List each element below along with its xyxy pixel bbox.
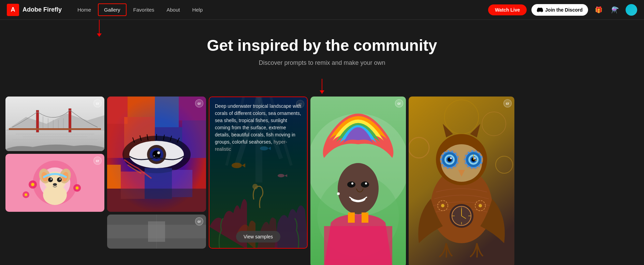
cr-badge-eye: cr: [195, 99, 203, 107]
svg-rect-89: [324, 226, 392, 265]
svg-point-28: [53, 183, 57, 186]
gallery-card-bridge[interactable]: cr: [5, 97, 104, 151]
svg-point-34: [76, 187, 79, 190]
gallery-card-eye[interactable]: cr: [107, 97, 206, 212]
svg-rect-66: [148, 221, 165, 242]
svg-point-32: [25, 193, 27, 196]
hero-section: Get inspired by the community Discover p…: [0, 20, 644, 79]
brand-name: Adobe Firefly: [23, 6, 62, 13]
cr-badge-bridge: cr: [93, 99, 102, 107]
discord-icon: [537, 7, 543, 13]
nav-links: Home Gallery Favorites About Help: [72, 3, 488, 16]
svg-point-114: [474, 157, 476, 159]
svg-rect-90: [348, 212, 355, 223]
gallery-col-2: cr cr: [107, 97, 206, 249]
gallery-col-5: cr: [409, 97, 514, 265]
nav-help[interactable]: Help: [187, 4, 208, 15]
svg-point-85: [361, 181, 369, 188]
cr-badge-small: cr: [195, 217, 203, 225]
puppy-image: [5, 154, 104, 212]
svg-point-26: [50, 178, 52, 180]
svg-point-107: [450, 157, 452, 159]
navbar: A Adobe Firefly Home Gallery Favorites A…: [0, 0, 644, 20]
gallery-grid: cr: [0, 97, 644, 265]
hero-title: Get inspired by the community: [7, 36, 637, 55]
svg-point-25: [57, 177, 62, 182]
center-arrow-annotation: [0, 79, 644, 94]
user-avatar[interactable]: [626, 4, 637, 16]
card-overlay-underwater: Deep underwater tropical landscape with …: [209, 97, 307, 248]
gallery-card-underwater[interactable]: cr Deep underwater tropical landscape wi…: [209, 97, 308, 249]
svg-point-131: [479, 204, 482, 207]
svg-rect-91: [362, 212, 368, 223]
gallery-section: cr: [0, 97, 644, 265]
gallery-col-3: cr Deep underwater tropical landscape wi…: [209, 97, 308, 249]
svg-point-50: [153, 155, 155, 157]
svg-rect-62: [107, 189, 206, 212]
svg-rect-38: [155, 97, 179, 127]
nav-home[interactable]: Home: [72, 4, 97, 15]
cr-badge-woman: cr: [395, 99, 403, 107]
cr-badge-owl: cr: [503, 99, 512, 107]
gallery-card-small-gray[interactable]: cr: [107, 215, 206, 249]
prompt-text: Deep underwater tropical landscape with …: [215, 103, 302, 153]
watch-live-button[interactable]: Watch Live: [488, 4, 527, 15]
gift-icon-button[interactable]: 🎁: [593, 4, 604, 16]
eye-image: [107, 97, 206, 212]
svg-point-84: [347, 181, 355, 188]
gallery-col-4: cr: [310, 97, 406, 265]
nav-about[interactable]: About: [161, 4, 185, 15]
gallery-card-owl[interactable]: cr: [409, 97, 514, 265]
hero-subtitle: Discover prompts to remix and make your …: [7, 59, 637, 67]
nav-favorites[interactable]: Favorites: [128, 4, 160, 15]
svg-rect-58: [107, 165, 121, 189]
gallery-card-woman[interactable]: cr: [310, 97, 406, 265]
svg-point-88: [337, 192, 340, 195]
svg-point-130: [441, 204, 444, 207]
svg-point-86: [351, 182, 353, 185]
owl-image: [409, 97, 514, 265]
svg-rect-40: [107, 124, 124, 158]
svg-point-87: [365, 182, 367, 185]
small-gray-image: [107, 215, 206, 249]
svg-rect-37: [128, 97, 155, 117]
gallery-col-1: cr: [5, 97, 104, 212]
svg-point-30: [31, 183, 34, 186]
svg-point-49: [157, 151, 160, 154]
brand[interactable]: A Adobe Firefly: [7, 4, 62, 16]
join-discord-button[interactable]: Join the Discord: [531, 4, 588, 16]
view-samples-button[interactable]: View samples: [236, 231, 280, 242]
svg-point-83: [338, 163, 379, 214]
cr-badge-puppy: cr: [93, 157, 102, 165]
nav-gallery[interactable]: Gallery: [98, 3, 127, 16]
flask-icon-button[interactable]: ⚗️: [609, 4, 621, 16]
nav-right: Watch Live Join the Discord 🎁 ⚗️: [488, 4, 637, 16]
adobe-logo: A: [7, 4, 19, 16]
svg-point-24: [48, 177, 53, 182]
bridge-image: [5, 97, 104, 151]
svg-point-27: [59, 178, 61, 180]
svg-rect-6: [9, 128, 101, 130]
woman-image: [310, 97, 406, 265]
gallery-card-puppy[interactable]: cr: [5, 154, 104, 212]
